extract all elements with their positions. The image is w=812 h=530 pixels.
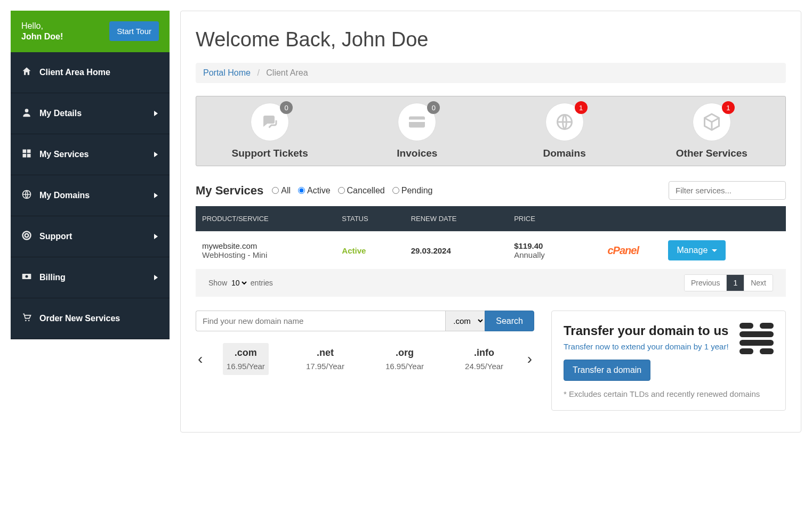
filter-all[interactable]: All xyxy=(272,186,291,195)
chevron-right-icon xyxy=(154,193,158,198)
tld-next-arrow[interactable]: › xyxy=(525,350,534,368)
tld-option-net[interactable]: .net17.95/Year xyxy=(302,343,348,375)
tld-ext: .org xyxy=(385,347,424,358)
col-status[interactable]: STATUS xyxy=(335,206,404,232)
col-actions xyxy=(662,206,786,232)
tld-price: 17.95/Year xyxy=(305,362,345,371)
domain-search-input[interactable] xyxy=(196,311,445,331)
breadcrumb-current: Client Area xyxy=(266,68,308,77)
cell-renew: 29.03.2024 xyxy=(405,232,508,270)
sidebar-header: Hello, John Doe! Start Tour xyxy=(11,11,170,52)
domain-search-button[interactable]: Search xyxy=(485,311,534,331)
greeting-text: Hello, xyxy=(21,21,43,30)
svg-point-6 xyxy=(23,232,31,240)
main-content: Welcome Back, John Doe Portal Home / Cli… xyxy=(180,11,801,433)
stat-badge: 0 xyxy=(427,101,440,114)
filter-all-radio[interactable] xyxy=(272,187,279,194)
entries-label: entries xyxy=(251,279,273,287)
page-size-select[interactable]: 10 xyxy=(229,278,248,288)
stat-circle: 1 xyxy=(545,103,584,141)
sidebar-item-my-details[interactable]: My Details xyxy=(11,93,170,134)
caret-down-icon xyxy=(712,249,717,252)
services-filter-input[interactable] xyxy=(669,181,786,200)
tld-ext: .net xyxy=(305,347,345,358)
tld-option-info[interactable]: .info24.95/Year xyxy=(461,343,507,375)
col-product[interactable]: PRODUCT/SERVICE xyxy=(196,206,335,232)
sidebar-item-billing[interactable]: Billing xyxy=(11,257,170,298)
svg-rect-1 xyxy=(23,150,27,153)
sidebar-item-label: Support xyxy=(39,232,72,241)
stat-invoices[interactable]: 0 Invoices xyxy=(343,103,491,159)
filter-pending[interactable]: Pending xyxy=(392,186,433,195)
stat-support-tickets[interactable]: 0 Support Tickets xyxy=(196,103,343,159)
cart-icon xyxy=(21,312,32,325)
stats-panel: 0 Support Tickets 0 Invoices 1 Domains 1… xyxy=(196,96,786,166)
page-1[interactable]: 1 xyxy=(727,275,744,291)
breadcrumb-separator: / xyxy=(257,68,259,77)
transfer-card: Transfer your domain to us Transfer now … xyxy=(551,311,786,411)
filter-cancelled-radio[interactable] xyxy=(338,187,345,194)
page-size-control: Show 10 entries xyxy=(208,278,273,288)
domain-tld-select[interactable]: .com xyxy=(445,311,485,331)
services-table: PRODUCT/SERVICE STATUS RENEW DATE PRICE … xyxy=(196,206,786,269)
money-icon xyxy=(21,271,32,284)
sidebar-item-label: My Services xyxy=(39,150,89,159)
sidebar-item-order-new-services[interactable]: Order New Services xyxy=(11,298,170,339)
username: John Doe! xyxy=(21,32,63,42)
page-next[interactable]: Next xyxy=(744,275,773,291)
page-previous[interactable]: Previous xyxy=(685,275,727,291)
breadcrumb: Portal Home / Client Area xyxy=(196,63,786,83)
services-title: My Services xyxy=(196,184,263,198)
stat-badge: 1 xyxy=(722,101,735,114)
sidebar-item-client-area-home[interactable]: Client Area Home xyxy=(11,52,170,93)
domain-search-bar: .com Search xyxy=(196,311,534,331)
sidebar-item-my-domains[interactable]: My Domains xyxy=(11,175,170,216)
cell-panel-logo: cPanel xyxy=(584,232,662,270)
svg-rect-4 xyxy=(27,154,31,158)
cell-product: mywebsite.comWebHosting - Mini xyxy=(196,232,335,270)
chevron-right-icon xyxy=(154,234,158,239)
chevron-right-icon xyxy=(154,152,158,157)
svg-point-10 xyxy=(25,320,27,322)
filter-pending-radio[interactable] xyxy=(392,187,399,194)
tld-prev-arrow[interactable]: ‹ xyxy=(196,350,205,368)
cell-price: $119.40Annually xyxy=(508,232,584,270)
col-logo xyxy=(584,206,662,232)
transfer-subtitle-link[interactable]: Transfer now to extend your domain by 1 … xyxy=(564,342,729,351)
tld-ext: .com xyxy=(226,347,266,358)
tld-option-org[interactable]: .org16.95/Year xyxy=(382,343,428,375)
sidebar-item-label: My Domains xyxy=(39,191,90,200)
stat-label: Invoices xyxy=(343,148,491,159)
tld-price: 16.95/Year xyxy=(385,362,424,371)
stat-domains[interactable]: 1 Domains xyxy=(491,103,638,159)
tld-price: 24.95/Year xyxy=(464,362,504,371)
tld-price: 16.95/Year xyxy=(226,362,266,371)
greeting: Hello, John Doe! xyxy=(21,21,63,42)
globe-icon xyxy=(739,323,774,357)
filter-cancelled[interactable]: Cancelled xyxy=(338,186,385,195)
manage-button[interactable]: Manage xyxy=(668,240,726,260)
breadcrumb-home[interactable]: Portal Home xyxy=(203,68,251,77)
start-tour-button[interactable]: Start Tour xyxy=(109,21,159,41)
sidebar-item-my-services[interactable]: My Services xyxy=(11,134,170,175)
stat-label: Domains xyxy=(491,148,638,159)
svg-point-9 xyxy=(26,275,28,278)
svg-point-0 xyxy=(25,109,29,112)
col-price[interactable]: PRICE xyxy=(508,206,584,232)
chevron-right-icon xyxy=(154,111,158,116)
transfer-button[interactable]: Transfer a domain xyxy=(564,360,650,381)
stat-other-services[interactable]: 1 Other Services xyxy=(638,103,785,159)
filter-active[interactable]: Active xyxy=(298,186,331,195)
col-renew[interactable]: RENEW DATE xyxy=(405,206,508,232)
sidebar-item-support[interactable]: Support xyxy=(11,216,170,257)
svg-rect-3 xyxy=(23,154,27,158)
table-row[interactable]: mywebsite.comWebHosting - Mini Active 29… xyxy=(196,232,786,270)
filter-active-radio[interactable] xyxy=(298,187,305,194)
grid-icon xyxy=(21,148,32,161)
stat-badge: 1 xyxy=(575,101,588,114)
tld-option-com[interactable]: .com16.95/Year xyxy=(223,343,269,375)
sidebar-item-label: Order New Services xyxy=(39,314,120,323)
tld-ext: .info xyxy=(464,347,504,358)
tld-list: .com16.95/Year.net17.95/Year.org16.95/Ye… xyxy=(209,343,520,375)
sidebar-item-label: My Details xyxy=(39,109,82,118)
